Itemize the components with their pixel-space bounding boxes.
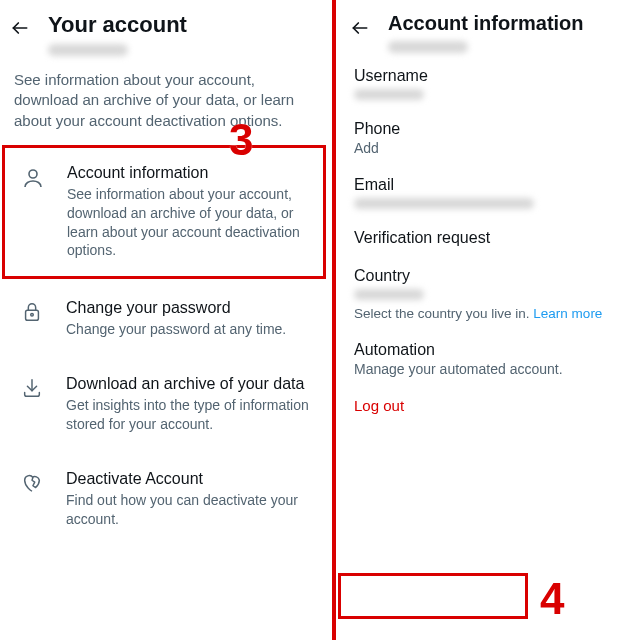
your-account-screen: Your account See information about your … (0, 0, 332, 640)
automation-hint: Manage your automated account. (354, 361, 626, 377)
country-hint: Select the country you live in. Learn mo… (354, 306, 626, 321)
page-title: Your account (48, 12, 322, 38)
person-icon (19, 164, 47, 190)
account-information-item[interactable]: Account information See information abou… (2, 145, 326, 280)
automation-section[interactable]: Automation Manage your automated account… (340, 327, 640, 383)
deactivate-account-item[interactable]: Deactivate Account Find out how you can … (0, 452, 332, 547)
item-title: Account information (67, 164, 313, 182)
back-arrow-icon[interactable] (350, 12, 370, 38)
section-label: Phone (354, 120, 626, 138)
page-title: Account information (388, 12, 630, 35)
download-icon (18, 375, 46, 399)
item-desc: Get insights into the type of informatio… (66, 396, 318, 434)
item-title: Deactivate Account (66, 470, 318, 488)
svg-rect-2 (26, 310, 39, 320)
item-title: Download an archive of your data (66, 375, 318, 393)
lock-icon (18, 299, 46, 323)
section-label: Country (354, 267, 626, 285)
page-subtext: See information about your account, down… (0, 56, 332, 139)
settings-list: Account information See information abou… (0, 139, 332, 547)
handle-blurred (388, 41, 468, 53)
header: Your account (0, 0, 332, 56)
svg-point-3 (31, 314, 34, 317)
email-value-blurred (354, 198, 534, 209)
country-value-blurred (354, 289, 424, 300)
back-arrow-icon[interactable] (10, 12, 30, 38)
section-label: Automation (354, 341, 626, 359)
log-out-button[interactable]: Log out (340, 383, 640, 428)
broken-heart-icon (18, 470, 46, 494)
section-label: Verification request (354, 229, 626, 247)
item-desc: Change your password at any time. (66, 320, 318, 339)
verification-section[interactable]: Verification request (340, 215, 640, 253)
username-section[interactable]: Username (340, 53, 640, 106)
handle-blurred (48, 44, 128, 56)
account-information-screen: Account information Username Phone Add E… (336, 0, 640, 640)
download-archive-item[interactable]: Download an archive of your data Get ins… (0, 357, 332, 452)
change-password-item[interactable]: Change your password Change your passwor… (0, 281, 332, 357)
country-section[interactable]: Country Select the country you live in. … (340, 253, 640, 327)
item-desc: See information about your account, down… (67, 185, 313, 261)
section-label: Username (354, 67, 626, 85)
phone-section[interactable]: Phone Add (340, 106, 640, 162)
header: Account information (340, 0, 640, 53)
item-title: Change your password (66, 299, 318, 317)
username-value-blurred (354, 89, 424, 100)
section-label: Email (354, 176, 626, 194)
learn-more-link[interactable]: Learn more (533, 306, 602, 321)
svg-point-1 (29, 170, 37, 178)
item-desc: Find out how you can deactivate your acc… (66, 491, 318, 529)
phone-value: Add (354, 140, 626, 156)
email-section[interactable]: Email (340, 162, 640, 215)
